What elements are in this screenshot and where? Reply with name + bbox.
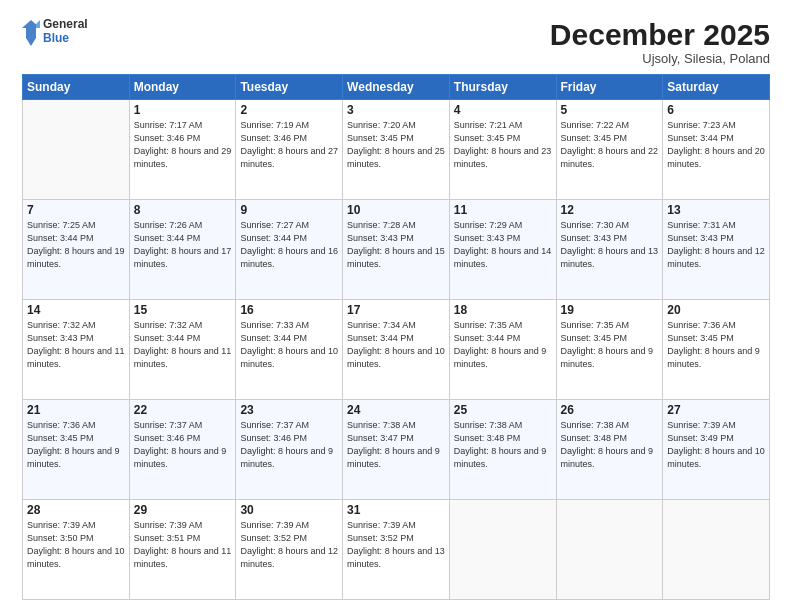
col-friday: Friday [556,75,663,100]
day-detail: Sunrise: 7:38 AMSunset: 3:48 PMDaylight:… [454,419,552,471]
calendar-day: 30Sunrise: 7:39 AMSunset: 3:52 PMDayligh… [236,500,343,600]
day-number: 24 [347,403,445,417]
calendar-day: 23Sunrise: 7:37 AMSunset: 3:46 PMDayligh… [236,400,343,500]
day-number: 26 [561,403,659,417]
day-number: 29 [134,503,232,517]
day-number: 1 [134,103,232,117]
day-detail: Sunrise: 7:37 AMSunset: 3:46 PMDaylight:… [240,419,338,471]
calendar-week-0: 1Sunrise: 7:17 AMSunset: 3:46 PMDaylight… [23,100,770,200]
day-detail: Sunrise: 7:32 AMSunset: 3:44 PMDaylight:… [134,319,232,371]
day-detail: Sunrise: 7:22 AMSunset: 3:45 PMDaylight:… [561,119,659,171]
calendar-day: 25Sunrise: 7:38 AMSunset: 3:48 PMDayligh… [449,400,556,500]
day-number: 6 [667,103,765,117]
day-number: 8 [134,203,232,217]
day-detail: Sunrise: 7:35 AMSunset: 3:45 PMDaylight:… [561,319,659,371]
calendar-day: 22Sunrise: 7:37 AMSunset: 3:46 PMDayligh… [129,400,236,500]
day-number: 7 [27,203,125,217]
day-number: 20 [667,303,765,317]
day-number: 16 [240,303,338,317]
day-detail: Sunrise: 7:31 AMSunset: 3:43 PMDaylight:… [667,219,765,271]
day-number: 4 [454,103,552,117]
calendar-day: 29Sunrise: 7:39 AMSunset: 3:51 PMDayligh… [129,500,236,600]
calendar-day [556,500,663,600]
day-detail: Sunrise: 7:39 AMSunset: 3:52 PMDaylight:… [240,519,338,571]
day-detail: Sunrise: 7:39 AMSunset: 3:52 PMDaylight:… [347,519,445,571]
calendar-day: 14Sunrise: 7:32 AMSunset: 3:43 PMDayligh… [23,300,130,400]
calendar-day: 27Sunrise: 7:39 AMSunset: 3:49 PMDayligh… [663,400,770,500]
month-title: December 2025 [550,18,770,51]
calendar-table: Sunday Monday Tuesday Wednesday Thursday… [22,74,770,600]
day-detail: Sunrise: 7:33 AMSunset: 3:44 PMDaylight:… [240,319,338,371]
title-block: December 2025 Ujsoly, Silesia, Poland [550,18,770,66]
header: General Blue December 2025 Ujsoly, Siles… [22,18,770,66]
day-detail: Sunrise: 7:32 AMSunset: 3:43 PMDaylight:… [27,319,125,371]
day-number: 9 [240,203,338,217]
calendar-day: 21Sunrise: 7:36 AMSunset: 3:45 PMDayligh… [23,400,130,500]
day-number: 25 [454,403,552,417]
col-thursday: Thursday [449,75,556,100]
day-detail: Sunrise: 7:37 AMSunset: 3:46 PMDaylight:… [134,419,232,471]
day-number: 28 [27,503,125,517]
calendar-day: 3Sunrise: 7:20 AMSunset: 3:45 PMDaylight… [343,100,450,200]
calendar-week-2: 14Sunrise: 7:32 AMSunset: 3:43 PMDayligh… [23,300,770,400]
calendar-day: 11Sunrise: 7:29 AMSunset: 3:43 PMDayligh… [449,200,556,300]
day-detail: Sunrise: 7:36 AMSunset: 3:45 PMDaylight:… [667,319,765,371]
calendar-day: 6Sunrise: 7:23 AMSunset: 3:44 PMDaylight… [663,100,770,200]
day-number: 5 [561,103,659,117]
day-detail: Sunrise: 7:36 AMSunset: 3:45 PMDaylight:… [27,419,125,471]
calendar-day: 19Sunrise: 7:35 AMSunset: 3:45 PMDayligh… [556,300,663,400]
day-number: 12 [561,203,659,217]
col-sunday: Sunday [23,75,130,100]
calendar-day: 16Sunrise: 7:33 AMSunset: 3:44 PMDayligh… [236,300,343,400]
calendar-day: 31Sunrise: 7:39 AMSunset: 3:52 PMDayligh… [343,500,450,600]
calendar-day: 24Sunrise: 7:38 AMSunset: 3:47 PMDayligh… [343,400,450,500]
day-number: 3 [347,103,445,117]
calendar-day [23,100,130,200]
day-number: 19 [561,303,659,317]
day-detail: Sunrise: 7:26 AMSunset: 3:44 PMDaylight:… [134,219,232,271]
logo-blue: Blue [43,32,88,46]
day-number: 31 [347,503,445,517]
day-detail: Sunrise: 7:29 AMSunset: 3:43 PMDaylight:… [454,219,552,271]
calendar-day: 20Sunrise: 7:36 AMSunset: 3:45 PMDayligh… [663,300,770,400]
day-number: 15 [134,303,232,317]
day-detail: Sunrise: 7:39 AMSunset: 3:50 PMDaylight:… [27,519,125,571]
calendar-day: 1Sunrise: 7:17 AMSunset: 3:46 PMDaylight… [129,100,236,200]
calendar-header-row: Sunday Monday Tuesday Wednesday Thursday… [23,75,770,100]
calendar-day: 4Sunrise: 7:21 AMSunset: 3:45 PMDaylight… [449,100,556,200]
svg-marker-1 [36,20,40,28]
day-detail: Sunrise: 7:19 AMSunset: 3:46 PMDaylight:… [240,119,338,171]
calendar-day: 10Sunrise: 7:28 AMSunset: 3:43 PMDayligh… [343,200,450,300]
calendar-day: 5Sunrise: 7:22 AMSunset: 3:45 PMDaylight… [556,100,663,200]
day-number: 22 [134,403,232,417]
page: General Blue December 2025 Ujsoly, Siles… [0,0,792,612]
day-number: 13 [667,203,765,217]
calendar-day: 26Sunrise: 7:38 AMSunset: 3:48 PMDayligh… [556,400,663,500]
col-wednesday: Wednesday [343,75,450,100]
day-detail: Sunrise: 7:28 AMSunset: 3:43 PMDaylight:… [347,219,445,271]
day-detail: Sunrise: 7:35 AMSunset: 3:44 PMDaylight:… [454,319,552,371]
calendar-day [663,500,770,600]
logo-general: General [43,18,88,32]
day-detail: Sunrise: 7:17 AMSunset: 3:46 PMDaylight:… [134,119,232,171]
day-number: 21 [27,403,125,417]
day-number: 18 [454,303,552,317]
day-detail: Sunrise: 7:39 AMSunset: 3:51 PMDaylight:… [134,519,232,571]
calendar-day: 15Sunrise: 7:32 AMSunset: 3:44 PMDayligh… [129,300,236,400]
calendar-day: 7Sunrise: 7:25 AMSunset: 3:44 PMDaylight… [23,200,130,300]
day-number: 27 [667,403,765,417]
day-detail: Sunrise: 7:27 AMSunset: 3:44 PMDaylight:… [240,219,338,271]
day-detail: Sunrise: 7:20 AMSunset: 3:45 PMDaylight:… [347,119,445,171]
day-number: 17 [347,303,445,317]
calendar-week-4: 28Sunrise: 7:39 AMSunset: 3:50 PMDayligh… [23,500,770,600]
col-saturday: Saturday [663,75,770,100]
calendar-day: 2Sunrise: 7:19 AMSunset: 3:46 PMDaylight… [236,100,343,200]
day-number: 30 [240,503,338,517]
calendar-day: 9Sunrise: 7:27 AMSunset: 3:44 PMDaylight… [236,200,343,300]
day-detail: Sunrise: 7:25 AMSunset: 3:44 PMDaylight:… [27,219,125,271]
calendar-day [449,500,556,600]
day-number: 14 [27,303,125,317]
col-monday: Monday [129,75,236,100]
calendar-day: 12Sunrise: 7:30 AMSunset: 3:43 PMDayligh… [556,200,663,300]
day-detail: Sunrise: 7:21 AMSunset: 3:45 PMDaylight:… [454,119,552,171]
